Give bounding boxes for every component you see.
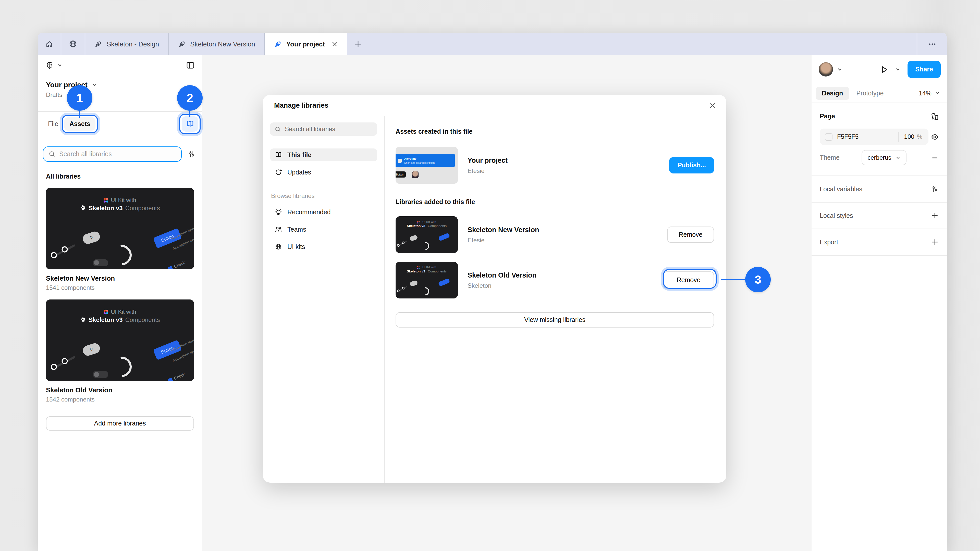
alert-description: Short and clear description	[404, 161, 434, 164]
divider	[269, 185, 378, 185]
remove-button[interactable]: Remove	[667, 227, 714, 243]
globe-icon	[68, 39, 78, 48]
library-row-skeleton-old: UI Kit with Skeleton v3Components	[396, 262, 714, 299]
eye-icon[interactable]	[928, 132, 941, 141]
tab-your-project[interactable]: Your project	[265, 33, 347, 55]
theme-row: Theme cerberus	[820, 150, 941, 165]
page-color-input[interactable]: F5F5F5 100 %	[820, 129, 928, 145]
library-card[interactable]: UI Kit with Skeleton v3Components ⚲ Butt…	[46, 300, 194, 403]
library-row-skeleton-new: UI Kit with Skeleton v3Components	[396, 216, 714, 253]
open-book-icon	[186, 119, 194, 128]
window-menu-button[interactable]	[917, 33, 947, 55]
nav-label: Updates	[287, 168, 311, 176]
sidebar-search-row	[38, 146, 202, 162]
color-swatch[interactable]	[825, 133, 832, 141]
modal-search-placeholder: Search all libraries	[285, 125, 335, 133]
color-hex-value[interactable]: F5F5F5	[837, 133, 899, 140]
tab-skeleton-design[interactable]: Skeleton - Design	[85, 33, 168, 55]
library-title: Skeleton Old Version	[468, 271, 536, 279]
libraries-button[interactable]	[182, 116, 198, 131]
thumb-line1: UI Kit with	[111, 197, 136, 203]
theme-dropdown[interactable]: cerberus	[861, 150, 907, 165]
export-row[interactable]: Export	[811, 229, 947, 256]
figma-logo-icon[interactable]	[46, 62, 54, 69]
filter-sliders-icon[interactable]	[185, 150, 198, 158]
swatch-book-icon[interactable]	[928, 112, 941, 121]
library-search-field[interactable]	[43, 146, 182, 162]
search-icon	[48, 151, 56, 158]
chevron-down-icon[interactable]	[896, 67, 900, 72]
figma-color-logo-icon	[417, 221, 420, 223]
annotation-step-3: 3	[745, 267, 771, 292]
tab-design[interactable]: Design	[816, 86, 849, 100]
design-prototype-tabs: Design Prototype 14%	[811, 84, 947, 103]
chevron-down-icon[interactable]	[93, 83, 97, 87]
project-thumbnail: Alert title Short and clear description …	[396, 147, 458, 184]
opacity-value[interactable]: 100	[904, 133, 915, 140]
user-avatar[interactable]	[819, 62, 833, 76]
tab-file[interactable]: File	[48, 120, 59, 127]
nav-item-teams[interactable]: Teams	[270, 223, 377, 236]
refresh-icon	[275, 168, 282, 176]
library-count: 1542 components	[46, 396, 194, 403]
chevron-down-icon[interactable]	[57, 63, 62, 68]
variables-sliders-icon[interactable]	[928, 185, 941, 193]
present-play-icon[interactable]	[880, 65, 889, 74]
open-book-icon	[275, 151, 282, 159]
zoom-control[interactable]: 14%	[919, 89, 940, 97]
library-thumbnail: UI Kit with Skeleton v3Components	[396, 262, 458, 299]
tabbar-spacer	[369, 33, 917, 55]
tab-label: Your project	[286, 40, 325, 48]
right-toolbar: Share	[811, 55, 947, 84]
nav-item-this-file[interactable]: This file	[270, 148, 377, 161]
home-icon	[45, 40, 54, 48]
view-missing-libraries-button[interactable]: View missing libraries	[396, 312, 714, 327]
share-button[interactable]: Share	[908, 61, 941, 78]
thumb-pin-component: ⚲	[81, 230, 101, 245]
manage-libraries-modal: Manage libraries Search all	[263, 95, 726, 483]
minus-icon[interactable]	[928, 154, 941, 162]
home-button[interactable]	[38, 33, 61, 55]
nav-item-updates[interactable]: Updates	[270, 166, 377, 179]
asset-owner: Etesie	[468, 167, 508, 174]
tab-assets[interactable]: Assets	[64, 117, 95, 130]
close-tab-icon[interactable]	[331, 41, 338, 47]
plus-icon[interactable]	[928, 238, 941, 246]
new-tab-button[interactable]	[347, 33, 369, 55]
canvas[interactable]: Manage libraries Search all	[202, 55, 811, 551]
remove-button-highlighted[interactable]: Remove	[663, 272, 714, 289]
plus-icon[interactable]	[928, 212, 941, 219]
library-thumbnail: UI Kit with Skeleton v3Components ⚲ Butt…	[46, 300, 194, 381]
export-label: Export	[820, 238, 838, 246]
search-input[interactable]	[59, 151, 176, 158]
annotation-connector-3	[721, 279, 745, 280]
tab-skeleton-new-version[interactable]: Skeleton New Version	[169, 33, 264, 55]
nav-label: Teams	[287, 226, 306, 233]
tab-prototype[interactable]: Prototype	[856, 89, 883, 97]
community-button[interactable]	[61, 33, 85, 55]
thumb-slider-component	[52, 244, 76, 258]
left-sidebar: Your project Drafts File Assets	[38, 55, 202, 551]
tab-label: Skeleton New Version	[190, 40, 255, 48]
alert-icon	[398, 159, 402, 162]
toggle-sidebar-icon[interactable]	[186, 61, 195, 70]
modal-nav: Search all libraries This file	[263, 116, 385, 483]
nav-item-ui-kits[interactable]: UI kits	[270, 240, 377, 253]
page-heading: Page	[820, 113, 835, 120]
figma-color-logo-icon	[103, 310, 108, 314]
modal-header: Manage libraries	[263, 95, 726, 116]
add-more-libraries-button[interactable]: Add more libraries	[46, 416, 194, 430]
local-styles-row[interactable]: Local styles	[811, 203, 947, 229]
modal-search-field[interactable]: Search all libraries	[270, 122, 377, 136]
button-component: Button	[396, 171, 406, 178]
thumb-slider-component	[52, 356, 76, 370]
alert-component: Alert title Short and clear description	[396, 154, 455, 167]
close-icon[interactable]	[709, 102, 716, 109]
avatar-component	[412, 171, 418, 178]
chevron-down-icon[interactable]	[837, 67, 842, 72]
local-variables-row[interactable]: Local variables	[811, 176, 947, 203]
publish-button[interactable]: Publish...	[670, 157, 714, 173]
theme-label: Theme	[820, 154, 840, 161]
library-card[interactable]: UI Kit with Skeleton v3Components ⚲ Butt…	[46, 188, 194, 291]
nav-item-recommended[interactable]: Recommended	[270, 206, 377, 218]
